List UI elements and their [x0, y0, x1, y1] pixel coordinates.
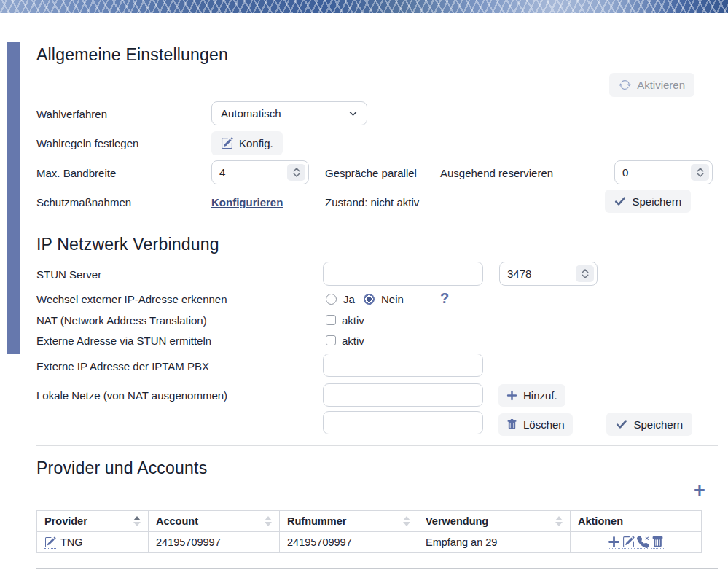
rufnummer-cell: 24195709997	[280, 532, 418, 553]
bottom-divider	[36, 568, 718, 569]
stun-ermitteln-checkbox[interactable]	[326, 335, 336, 345]
refresh-icon	[619, 79, 631, 91]
save-button-label: Speichern	[632, 195, 681, 208]
providers-table: Provider Account Rufnummer Verwendung	[36, 510, 702, 553]
save-button-general[interactable]: Speichern	[605, 190, 691, 213]
radio-nein-label: Nein	[381, 293, 404, 305]
lokale-netze-input[interactable]	[323, 383, 483, 407]
stun-ermitteln-checkbox-label: aktiv	[342, 335, 364, 347]
konfig-button-label: Konfig.	[239, 137, 273, 149]
chevron-down-icon	[348, 109, 358, 118]
sort-icon	[551, 516, 563, 526]
section-title-network: IP Netzwerk Verbindung	[36, 235, 219, 254]
radio-ja-label: Ja	[343, 293, 355, 305]
check-icon	[614, 195, 626, 207]
check-icon	[616, 418, 627, 430]
phone-x-icon[interactable]	[637, 536, 649, 549]
section-divider	[36, 445, 718, 446]
stepper-arrows-icon[interactable]	[691, 164, 709, 181]
stun-server-label: STUN Server	[36, 268, 101, 281]
column-header-verwendung[interactable]: Verwendung	[418, 511, 571, 532]
konfigurieren-link[interactable]: Konfigurieren	[211, 196, 283, 208]
stun-port-stepper	[499, 262, 598, 286]
provider-name: TNG	[60, 536, 83, 548]
pbx-settings-page: Allgemeine Einstellungen Aktivieren Wahl…	[0, 0, 728, 578]
add-account-icon[interactable]	[608, 536, 620, 549]
save-button-label: Speichern	[633, 418, 683, 431]
hinzufuegen-button-label: Hinzuf.	[523, 389, 557, 402]
trash-icon	[506, 419, 517, 430]
bandbreite-stepper	[211, 160, 309, 184]
verwendung-cell: Empfang an 29	[418, 532, 571, 553]
column-header-aktionen: Aktionen	[571, 511, 702, 532]
wahlverfahren-select[interactable]: Automatisch	[211, 101, 367, 125]
sort-icon	[129, 516, 141, 526]
lokale-netze-label: Lokale Netze (von NAT ausgenommen)	[36, 389, 227, 402]
nat-checkbox[interactable]	[326, 315, 336, 325]
externe-ip-label: Externe IP Adresse der IPTAM PBX	[36, 360, 209, 372]
zustand-status: Zustand: nicht aktiv	[325, 196, 419, 208]
ausgehend-reservieren-label: Ausgehend reservieren	[440, 167, 553, 179]
ausgehend-stepper	[614, 160, 713, 184]
stepper-arrows-icon[interactable]	[287, 164, 305, 181]
section-divider	[36, 224, 718, 224]
stun-ermitteln-label: Externe Adresse via STUN ermitteln	[36, 335, 211, 347]
loeschen-button-label: Löschen	[523, 418, 565, 431]
radio-ja[interactable]	[326, 294, 337, 305]
stepper-arrows-icon[interactable]	[576, 265, 594, 282]
help-icon[interactable]: ?	[440, 290, 449, 307]
schutzmassnahmen-label: Schutzmaßnahmen	[36, 196, 131, 208]
stun-server-input[interactable]	[323, 262, 483, 286]
wahlverfahren-label: Wahlverfahren	[36, 108, 107, 120]
radio-nein[interactable]	[364, 294, 375, 305]
nat-checkbox-label: aktiv	[342, 314, 364, 327]
column-header-provider[interactable]: Provider	[37, 511, 149, 532]
table-row: TNG 24195709997 24195709997 Empfang an 2…	[37, 532, 702, 553]
nat-label: NAT (Network Address Translation)	[36, 314, 207, 327]
left-sidebar-bar	[7, 42, 20, 354]
edit-icon	[221, 137, 233, 149]
lokale-netze-list-input[interactable]	[323, 411, 483, 434]
provider-cell: TNG	[37, 532, 149, 553]
sort-icon	[260, 516, 272, 526]
account-cell: 24195709997	[149, 532, 280, 553]
column-header-rufnummer[interactable]: Rufnummer	[280, 511, 418, 532]
konfig-button[interactable]: Konfig.	[211, 131, 283, 155]
aktionen-cell	[571, 532, 702, 553]
section-title-general: Allgemeine Einstellungen	[36, 45, 228, 65]
save-button-network[interactable]: Speichern	[606, 413, 692, 436]
activate-button[interactable]: Aktivieren	[609, 73, 694, 97]
table-header-row: Provider Account Rufnummer Verwendung	[37, 511, 702, 532]
sort-icon	[399, 516, 410, 526]
section-title-providers: Provider und Accounts	[36, 458, 207, 478]
wahlverfahren-selected-value: Automatisch	[221, 107, 281, 120]
bandbreite-label: Max. Bandbreite	[36, 167, 116, 179]
column-header-account[interactable]: Account	[149, 511, 280, 532]
hinzufuegen-button[interactable]: Hinzuf.	[498, 384, 565, 407]
wechsel-ip-label: Wechsel externer IP-Adresse erkennen	[36, 293, 227, 305]
externe-ip-input[interactable]	[323, 354, 483, 377]
edit-provider-icon[interactable]	[44, 536, 56, 549]
delete-account-icon[interactable]	[651, 536, 664, 549]
loeschen-button[interactable]: Löschen	[498, 413, 573, 436]
edit-account-icon[interactable]	[622, 536, 635, 549]
add-provider-button[interactable]: +	[689, 480, 710, 501]
header-banner-image	[0, 0, 728, 13]
plus-icon	[506, 390, 517, 401]
activate-button-label: Aktivieren	[637, 79, 685, 91]
wahlregeln-label: Wahlregeln festlegen	[36, 137, 138, 149]
gespraeche-parallel-label: Gespräche parallel	[325, 167, 417, 179]
